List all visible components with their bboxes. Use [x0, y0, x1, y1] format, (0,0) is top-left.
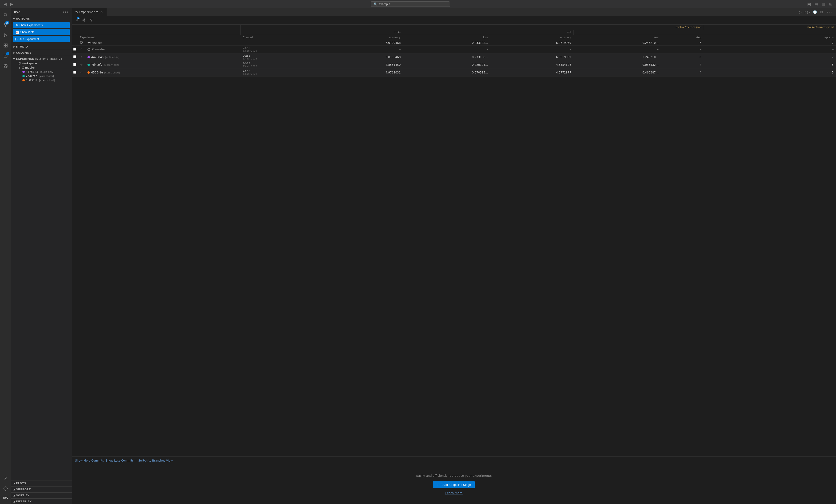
titlebar-search-bar[interactable]: 🔍 — [370, 1, 450, 7]
subgroup-empty3 — [704, 30, 836, 35]
show-more-commits-link[interactable]: Show More Commits — [75, 459, 104, 462]
row3-epochs: 5 — [704, 69, 836, 77]
section-support-header[interactable]: ▶ SUPPORT — [11, 487, 72, 492]
back-button[interactable]: ◀ — [3, 1, 7, 7]
row3-star-icon[interactable]: ☆ — [80, 71, 83, 74]
exp-d503f8e-name: d503f8e — [26, 79, 37, 82]
workspace-name: workspace — [22, 62, 37, 65]
row1-dot-icon — [88, 56, 90, 58]
run-icon[interactable]: ▷ — [798, 9, 803, 15]
run-all-icon[interactable]: ▷▷ — [803, 9, 811, 15]
row1-star-icon[interactable]: ☆ — [80, 56, 83, 59]
show-less-commits-link[interactable]: Show Less Commits — [106, 459, 134, 462]
history-icon[interactable]: 🕐 — [812, 9, 818, 15]
svg-point-16 — [4, 66, 5, 67]
section-studio-header[interactable]: ▼ STUDIO — [11, 44, 72, 49]
col-epochs[interactable]: epochs — [704, 35, 836, 40]
exp-7d4cef7-name: 7d4cef7 — [26, 74, 37, 78]
activity-search[interactable] — [1, 10, 10, 19]
master-epochs: – — [704, 46, 836, 53]
columns-label: COLUMNS — [16, 51, 32, 54]
learn-more-link[interactable]: Learn more — [77, 491, 831, 495]
run-experiment-button[interactable]: ▷ Run Experiment — [13, 36, 70, 42]
row3-train-acc: 4.9768031 — [320, 69, 403, 77]
tab-close-button[interactable]: ✕ — [100, 10, 103, 14]
row1-checkbox-cell[interactable] — [72, 53, 78, 61]
activity-bar: 26 2 — [0, 8, 11, 504]
col-val-accuracy[interactable]: accuracy — [490, 35, 573, 40]
master-checkbox-cell[interactable] — [72, 46, 78, 53]
sidebar-item-master[interactable]: ▼ master — [11, 65, 72, 70]
switch-branches-link[interactable]: Switch to Branches View — [138, 459, 173, 462]
main-layout: 26 2 — [0, 8, 836, 504]
show-experiments-button[interactable]: ⚗ Show Experiments — [13, 22, 70, 28]
section-sort-by-header[interactable]: ▶ SORT BY — [11, 493, 72, 498]
more-actions-icon[interactable]: ••• — [825, 9, 833, 15]
add-pipeline-stage-button[interactable]: + + Add a Pipeline Stage — [433, 481, 475, 488]
filter-button[interactable] — [89, 18, 94, 23]
col-experiment[interactable]: Experiment — [78, 35, 241, 40]
row1-epochs: 7 — [704, 53, 836, 61]
split-editor-icon[interactable]: ⊟ — [819, 9, 824, 15]
share-button[interactable] — [81, 18, 87, 23]
activity-source-control[interactable]: 26 — [1, 20, 10, 30]
show-plots-button[interactable]: 📈 Show Plots — [13, 29, 70, 35]
master-status-dot — [88, 48, 90, 51]
activity-accounts[interactable] — [1, 474, 10, 483]
row2-checkbox[interactable] — [73, 63, 76, 66]
sort-by-chevron-icon: ▶ — [13, 495, 15, 497]
workspace-train-loss: 0.233108… — [403, 40, 491, 46]
activity-run[interactable] — [1, 31, 10, 40]
search-input[interactable] — [379, 2, 447, 6]
svg-line-5 — [5, 24, 6, 26]
sidebar-dots-button[interactable]: ••• — [62, 10, 69, 15]
col-train-accuracy[interactable]: accuracy — [320, 35, 403, 40]
row1-val-loss: 0.243210… — [574, 53, 661, 61]
branch-count-badge: 3 — [77, 17, 79, 19]
activity-dvc[interactable]: 2 — [1, 51, 10, 60]
show-experiments-icon: ⚗ — [15, 23, 18, 27]
forward-button[interactable]: ▶ — [10, 1, 14, 7]
experiments-chevron-icon: ▼ — [13, 58, 15, 60]
col-train-loss[interactable]: loss — [403, 35, 491, 40]
col-created[interactable]: Created — [241, 35, 320, 40]
row2-step: 4 — [661, 61, 704, 69]
master-expand-btn[interactable]: ▼ — [92, 48, 94, 51]
layout-icon-2[interactable]: ▤ — [814, 1, 819, 7]
branch-commits-button[interactable]: ⑂ 3 — [75, 18, 79, 23]
row3-checkbox[interactable] — [73, 71, 76, 74]
section-experiments-header[interactable]: ▼ EXPERIMENTS 3 of 5 (max 7) — [11, 56, 72, 61]
layout-icon-4[interactable]: ⊞ — [828, 1, 833, 7]
sidebar-item-workspace[interactable]: workspace — [11, 61, 72, 65]
section-filter-by-header[interactable]: ▶ FILTER BY — [11, 499, 72, 504]
master-checkbox[interactable] — [73, 47, 76, 51]
sidebar-item-4475845[interactable]: 4475845 [aulic-chiv] — [11, 70, 72, 74]
sidebar-item-7d4cef7[interactable]: 7d4cef7 [yarer-tods] — [11, 74, 72, 78]
layout-icon-3[interactable]: ▥ — [821, 1, 826, 7]
sidebar-item-d503f8e[interactable]: d503f8e [curst-chad] — [11, 78, 72, 82]
search-icon: 🔍 — [374, 2, 377, 6]
section-actions-header[interactable]: ▼ ACTIONS — [11, 16, 72, 21]
row2-checkbox-cell[interactable] — [72, 61, 78, 69]
section-plots-header[interactable]: ▶ PLOTS — [11, 481, 72, 486]
section-columns-header[interactable]: ▼ COLUMNS — [11, 51, 72, 55]
activity-extensions[interactable] — [1, 41, 10, 50]
activity-settings[interactable] — [1, 484, 10, 493]
tab-experiments[interactable]: ⚗ Experiments ✕ — [72, 8, 107, 16]
row2-star-icon[interactable]: ☆ — [80, 63, 83, 66]
layout-icon-1[interactable]: ▣ — [806, 1, 812, 7]
exp-7d4cef7-dot — [22, 75, 25, 77]
master-step: – — [661, 46, 704, 53]
activity-graph[interactable] — [1, 61, 10, 71]
row2-train-acc: 4.8551450 — [320, 61, 403, 69]
col-step[interactable]: step — [661, 35, 704, 40]
row1-checkbox[interactable] — [73, 55, 76, 58]
svg-marker-7 — [4, 34, 7, 37]
master-star-icon[interactable]: ☆ — [80, 48, 83, 51]
experiments-table: dvclive/metrics.json dvclive/params.yaml… — [72, 25, 836, 77]
col-val-loss[interactable]: loss — [574, 35, 661, 40]
row1-name-cell: 4475845 [aulic-chiv] — [85, 53, 241, 61]
dvc-logo[interactable]: DVC — [1, 494, 10, 501]
footer-links: Show More Commits Show Less Commits | Sw… — [72, 457, 836, 465]
row3-checkbox-cell[interactable] — [72, 69, 78, 77]
